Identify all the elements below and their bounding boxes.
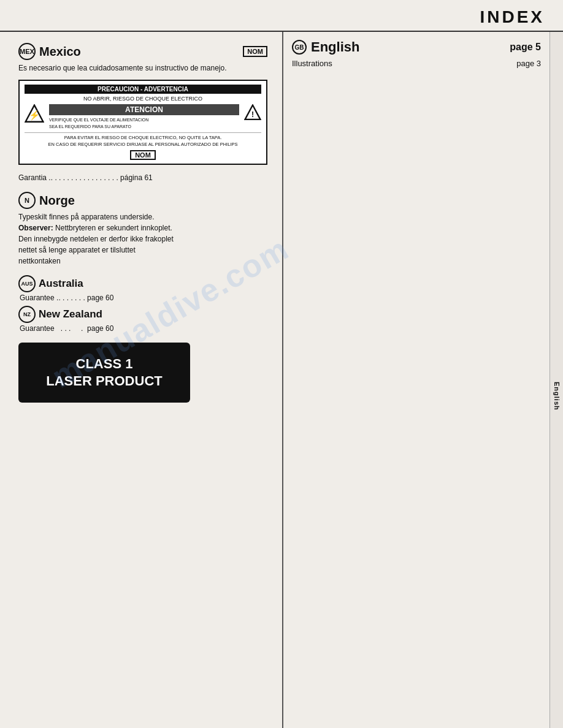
garantia-label: Garantia .. (18, 173, 53, 182)
lang-page-english: page 5 (510, 42, 541, 53)
warning-line2: SEA EL REQUERIDO PARA SU APARATO (49, 124, 239, 131)
australia-guarantee-page: page 60 (87, 294, 113, 302)
svg-text:!: ! (251, 110, 254, 119)
lang-illus-page-english: page 3 (516, 59, 541, 68)
garantia-page: página 61 (120, 173, 153, 182)
garantia-dots: . . . . . . . . . . . . . . . . (55, 173, 118, 182)
norge-text: Typeskilt finnes på apparatens underside… (18, 211, 267, 267)
norge-title: N Norge (18, 192, 267, 209)
norge-line2: Observer: Nettbryteren er sekundert innk… (18, 222, 267, 233)
nz-badge: NZ (18, 306, 36, 323)
nz-guarantee-dots: . . . . (56, 324, 85, 333)
laser-box: CLASS 1 LASER PRODUCT (18, 343, 190, 403)
nz-name: New Zealand (39, 308, 102, 320)
mexico-title: MEX Mexico (18, 43, 81, 60)
main-layout: MEX Mexico NOM Es necesario que lea cuid… (0, 32, 563, 728)
norge-section: N Norge Typeskilt finnes på apparatens u… (18, 192, 267, 267)
warning-lines: VERIFIQUE QUE EL VOLTAJE DE ALIMENTACION… (49, 117, 239, 130)
lang-vertical-label-english: English (550, 32, 563, 728)
warning-inner-row: ⚡ ATENCION VERIFIQUE QUE EL VOLTAJE DE A… (25, 104, 261, 130)
lightning-icon: ⚡ (25, 104, 44, 124)
aus-nz-section: AUS Australia Guarantee .. . . . . . . p… (18, 275, 267, 333)
lang-title-row-english: GB English page 5 (292, 39, 541, 55)
norge-badge: N (18, 192, 36, 209)
mexico-name: Mexico (39, 45, 81, 59)
australia-badge: AUS (18, 275, 36, 292)
mexico-title-row: MEX Mexico NOM (18, 43, 267, 60)
laser-line1: CLASS 1 (31, 356, 178, 372)
new-zealand-title: NZ New Zealand (18, 306, 267, 323)
nom-bottom-badge: NOM (130, 150, 156, 160)
warning-subtitle: NO ABRIR, RIESGO DE CHOQUE ELECTRICO (25, 96, 261, 102)
warning-title-bar: PRECAUCION - ADVERTENCIA (25, 85, 261, 94)
norge-name: Norge (39, 194, 75, 208)
warning-box: PRECAUCION - ADVERTENCIA NO ABRIR, RIESG… (18, 80, 267, 165)
warning-bottom1: PARA EVITAR EL RIESGO DE CHOQUE ELECTRIC… (25, 135, 261, 142)
australia-guarantee-dots: . . . . . . (63, 294, 85, 302)
lang-name-group-english: GB English (292, 39, 359, 55)
warning-bottom2: EN CASO DE REQUERIR SERVICIO DIRIJASE AL… (25, 142, 261, 148)
laser-line2: LASER PRODUCT (31, 373, 178, 389)
mexico-text: Es necesario que lea cuidadosamente su i… (18, 63, 267, 74)
left-column: MEX Mexico NOM Es necesario que lea cuid… (0, 32, 282, 728)
australia-name: Australia (39, 278, 83, 290)
norge-line1: Typeskilt finnes på apparatens underside… (18, 211, 267, 222)
warning-bottom-text: PARA EVITAR EL RIESGO DE CHOQUE ELECTRIC… (25, 132, 261, 148)
nz-guarantee-page: page 60 (87, 324, 113, 333)
norge-line5: nettkontaken (18, 256, 267, 267)
nz-guarantee: Guarantee . . . . page 60 (18, 324, 267, 333)
atencion-bar: ATENCION (49, 104, 239, 115)
mexico-badge: MEX (18, 43, 36, 60)
lang-name-english: English (311, 39, 359, 55)
lang-section-english: GB English page 5 Illustrations page 3 E… (283, 32, 563, 728)
exclamation-icon: ! (244, 104, 261, 121)
lang-badge-english: GB (292, 40, 307, 55)
mexico-section: MEX Mexico NOM Es necesario que lea cuid… (18, 43, 267, 182)
norge-line4: nettet så lenge apparatet er tilsluttet (18, 245, 267, 256)
index-title: INDEX (0, 0, 563, 32)
nz-guarantee-label: Guarantee (20, 324, 55, 333)
lang-illus-row-english: Illustrations page 3 (292, 59, 541, 68)
nom-badge: NOM (243, 46, 267, 57)
lang-content-english: GB English page 5 Illustrations page 3 (283, 32, 550, 728)
lang-illus-label-english: Illustrations (292, 59, 332, 68)
australia-guarantee: Guarantee .. . . . . . . page 60 (18, 294, 267, 302)
norge-observer: Observer: (18, 224, 53, 232)
norge-line3: Den innebygde netdelen er derfor ikke fr… (18, 233, 267, 245)
svg-text:⚡: ⚡ (29, 110, 40, 121)
garantia-line: Garantia .. . . . . . . . . . . . . . . … (18, 173, 267, 182)
australia-title: AUS Australia (18, 275, 267, 292)
right-column: GB English page 5 Illustrations page 3 E… (282, 32, 563, 728)
australia-guarantee-label: Guarantee .. (20, 294, 61, 302)
warning-line1: VERIFIQUE QUE EL VOLTAJE DE ALIMENTACION (49, 117, 239, 124)
